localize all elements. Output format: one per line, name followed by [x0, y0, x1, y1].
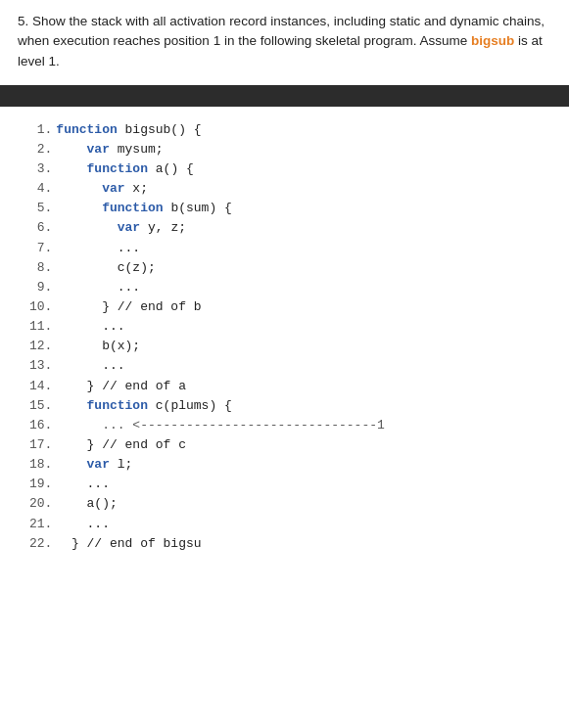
line-number: 3.: [12, 159, 54, 179]
indent: [56, 299, 102, 314]
code-text: b(x);: [102, 339, 140, 353]
code-text: bigsub() {: [118, 122, 202, 137]
code-text: a() {: [148, 161, 194, 176]
line-number: 4.: [12, 179, 54, 199]
keyword: function: [102, 201, 163, 215]
code-line: 11. ...: [12, 317, 569, 337]
question-section: 5. Show the stack with all activation re…: [0, 0, 569, 85]
code-line: 16. ... <-------------------------------…: [12, 416, 569, 435]
line-number: 19.: [12, 475, 54, 494]
code-line: 17. } // end of c: [12, 435, 569, 455]
var-keyword: var: [87, 457, 110, 472]
code-text: b(sum) {: [164, 201, 232, 215]
code-text: } // end of b: [102, 299, 201, 314]
line-code: var mysum;: [54, 140, 569, 159]
line-number: 6.: [12, 218, 54, 238]
line-number: 22.: [12, 534, 54, 554]
var-keyword: var: [87, 142, 110, 157]
code-text: ...: [118, 280, 140, 295]
indent: [56, 457, 86, 472]
code-line: 14. } // end of a: [12, 377, 569, 396]
line-code: ...: [54, 278, 569, 297]
indent: [56, 418, 102, 432]
line-number: 12.: [12, 337, 54, 356]
code-text: ...: [102, 319, 124, 334]
line-number: 20.: [12, 494, 54, 514]
question-number: 5.: [18, 14, 28, 28]
line-code: var l;: [54, 455, 569, 475]
code-line: 6. var y, z;: [12, 218, 569, 238]
indent: [56, 319, 102, 334]
code-text: ...: [87, 477, 110, 491]
code-text: x;: [125, 181, 148, 196]
indent: [56, 161, 86, 176]
code-text: l;: [110, 457, 132, 472]
code-line: 2. var mysum;: [12, 140, 569, 159]
line-number: 15.: [12, 396, 54, 416]
code-line: 7. ...: [12, 239, 569, 258]
code-text: c(plums) {: [148, 398, 232, 413]
code-line: 4. var x;: [12, 179, 569, 199]
code-text: } // end of c: [87, 437, 186, 452]
line-number: 7.: [12, 239, 54, 258]
code-text: ...: [87, 517, 110, 531]
code-line: 5. function b(sum) {: [12, 199, 569, 218]
indent: [56, 339, 102, 353]
code-line: 8. c(z);: [12, 258, 569, 278]
question-body: Show the stack with all activation recor…: [18, 14, 545, 48]
indent: [56, 477, 86, 491]
indent: [56, 358, 102, 373]
indent: [56, 437, 86, 452]
code-line: 15. function c(plums) {: [12, 396, 569, 416]
highlight-bigsub: bigsub: [471, 33, 514, 48]
line-number: 21.: [12, 515, 54, 534]
code-line: 19. ...: [12, 475, 569, 494]
dark-divider: [0, 85, 569, 107]
code-line: 9. ...: [12, 278, 569, 297]
code-line: 3. function a() {: [12, 159, 569, 179]
code-arrow: ... <-------------------------------1: [102, 418, 385, 432]
line-number: 1.: [12, 120, 54, 140]
line-code: var x;: [54, 179, 569, 199]
line-code: var y, z;: [54, 218, 569, 238]
line-number: 9.: [12, 278, 54, 297]
line-number: 8.: [12, 258, 54, 278]
keyword: function: [87, 398, 148, 413]
code-line: 18. var l;: [12, 455, 569, 475]
line-code: } // end of bigsu: [54, 534, 569, 554]
indent: [56, 398, 86, 413]
code-line: 1.function bigsub() {: [12, 120, 569, 140]
line-number: 16.: [12, 416, 54, 435]
keyword: function: [56, 122, 117, 137]
code-line: 12. b(x);: [12, 337, 569, 356]
line-code: b(x);: [54, 337, 569, 356]
indent: [56, 536, 71, 551]
line-code: ...: [54, 356, 569, 376]
line-code: function bigsub() {: [54, 120, 569, 140]
code-text: ...: [102, 358, 124, 373]
line-code: ...: [54, 515, 569, 534]
code-text: } // end of bigsu: [71, 536, 202, 551]
line-number: 2.: [12, 140, 54, 159]
line-code: function c(plums) {: [54, 396, 569, 416]
code-text: } // end of a: [87, 379, 186, 393]
indent: [56, 379, 86, 393]
line-number: 14.: [12, 377, 54, 396]
code-text: y, z;: [140, 220, 186, 235]
line-code: ...: [54, 475, 569, 494]
indent: [56, 280, 117, 295]
line-number: 10.: [12, 297, 54, 317]
indent: [56, 201, 102, 215]
line-code: c(z);: [54, 258, 569, 278]
indent: [56, 181, 102, 196]
line-number: 17.: [12, 435, 54, 455]
line-code: function a() {: [54, 159, 569, 179]
indent: [56, 241, 117, 255]
line-code: ... <-------------------------------1: [54, 416, 569, 435]
line-code: ...: [54, 317, 569, 337]
var-keyword: var: [102, 181, 124, 196]
line-number: 18.: [12, 455, 54, 475]
line-code: } // end of c: [54, 435, 569, 455]
indent: [56, 142, 86, 157]
indent: [56, 220, 117, 235]
